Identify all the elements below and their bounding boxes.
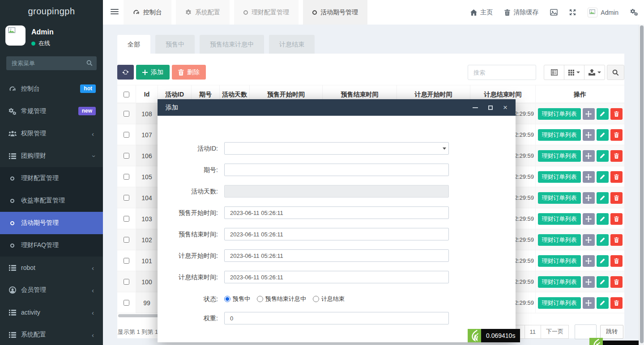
presale-end-input[interactable] [224, 228, 449, 240]
refresh-button[interactable] [117, 65, 134, 80]
move-button[interactable] [583, 234, 595, 246]
fullscreen-button[interactable] [569, 9, 576, 16]
page-number-11[interactable]: 11 [525, 325, 542, 339]
maximize-icon[interactable] [488, 105, 493, 110]
add-button[interactable]: 添加 [136, 65, 170, 80]
jump-button[interactable]: 跳转 [600, 325, 623, 339]
sidebar-item-console[interactable]: 控制台 hot [0, 78, 103, 100]
tab-all[interactable]: 全部 [117, 35, 150, 54]
finance-order-list-button[interactable]: 理财订单列表 [538, 192, 581, 204]
row-delete-button[interactable] [610, 129, 623, 141]
finance-order-list-button[interactable]: 理财订单列表 [538, 129, 581, 141]
topbar-tab-activity-period[interactable]: 活动期号管理 [303, 0, 367, 25]
presale-start-input[interactable] [224, 206, 449, 219]
row-checkbox[interactable] [124, 195, 129, 201]
move-button[interactable] [583, 108, 595, 120]
radio-input[interactable] [257, 296, 263, 302]
finance-order-list-button[interactable]: 理财订单列表 [538, 108, 581, 120]
weight-input[interactable] [224, 312, 449, 324]
sidebar-item-system-config[interactable]: 系统配置 ‹ [0, 324, 103, 345]
menu-search-input[interactable] [6, 56, 97, 70]
debug-time-badge[interactable]: 0.069410s [468, 329, 520, 342]
sidebar-item-activity[interactable]: activity ‹ [0, 301, 103, 324]
search-icon[interactable] [86, 60, 93, 66]
finance-order-list-button[interactable]: 理财订单列表 [538, 297, 581, 309]
edit-button[interactable] [597, 276, 609, 288]
row-checkbox[interactable] [124, 237, 129, 243]
radio-presale-end-interest[interactable]: 预售结束计息中 [257, 295, 306, 303]
row-checkbox[interactable] [124, 132, 129, 138]
radio-interest-end[interactable]: 计息结束 [313, 295, 345, 303]
columns-button[interactable] [564, 65, 584, 80]
finance-order-list-button[interactable]: 理财订单列表 [538, 150, 581, 162]
edit-button[interactable] [597, 192, 609, 204]
move-button[interactable] [583, 213, 595, 225]
row-checkbox[interactable] [124, 300, 129, 306]
row-delete-button[interactable] [610, 192, 623, 204]
next-page-button[interactable]: 下一页 [541, 325, 569, 339]
interest-end-input[interactable] [224, 271, 449, 283]
dialog-titlebar[interactable]: 添加 × [158, 99, 516, 116]
table-search-input[interactable] [468, 65, 536, 80]
row-checkbox[interactable] [124, 216, 129, 222]
vertical-scrollbar[interactable] [639, 25, 644, 345]
vertical-scrollbar-thumb[interactable] [640, 25, 644, 343]
row-delete-button[interactable] [610, 255, 623, 267]
tab-interest-end[interactable]: 计息结束 [269, 35, 315, 54]
row-delete-button[interactable] [610, 213, 623, 225]
screenshot-button[interactable] [550, 9, 558, 16]
settings-button[interactable] [630, 9, 638, 16]
row-delete-button[interactable] [610, 297, 623, 309]
edit-button[interactable] [597, 255, 609, 267]
sidebar-item-group-finance[interactable]: 团购理财 ‹ [0, 145, 103, 167]
row-delete-button[interactable] [610, 150, 623, 162]
sidebar-item-members[interactable]: 会员管理 ‹ [0, 279, 103, 301]
row-checkbox[interactable] [124, 258, 129, 264]
row-delete-button[interactable] [610, 276, 623, 288]
avatar[interactable] [5, 25, 26, 46]
period-input[interactable] [224, 164, 449, 176]
export-button[interactable] [584, 65, 605, 80]
sidebar-item-general[interactable]: 常规管理 new [0, 100, 103, 122]
move-button[interactable] [583, 150, 595, 162]
tab-presale[interactable]: 预售中 [155, 35, 195, 54]
select-all-checkbox[interactable] [124, 92, 129, 97]
radio-input[interactable] [313, 296, 319, 302]
finance-order-list-button[interactable]: 理财订单列表 [538, 255, 581, 267]
detail-view-button[interactable] [544, 65, 564, 80]
radio-input[interactable] [224, 296, 230, 302]
delete-button[interactable]: 删除 [172, 65, 206, 80]
edit-button[interactable] [597, 171, 609, 183]
interest-start-input[interactable] [224, 249, 449, 262]
sidebar-item-permissions[interactable]: 权限管理 ‹ [0, 122, 103, 145]
topbar-tab-console[interactable]: 控制台 [124, 0, 171, 25]
move-button[interactable] [583, 129, 595, 141]
edit-button[interactable] [597, 234, 609, 246]
sidebar-item-yield-config[interactable]: 收益率配置管理 [0, 189, 103, 212]
edit-button[interactable] [597, 297, 609, 309]
move-button[interactable] [583, 255, 595, 267]
radio-presale[interactable]: 预售中 [224, 295, 250, 303]
edit-button[interactable] [597, 150, 609, 162]
menu-icon[interactable] [111, 9, 119, 16]
close-icon[interactable]: × [503, 104, 508, 111]
finance-order-list-button[interactable]: 理财订单列表 [538, 171, 581, 183]
edit-button[interactable] [597, 213, 609, 225]
topbar-tab-system-config[interactable]: 系统配置 [176, 0, 230, 25]
finance-order-list-button[interactable]: 理财订单列表 [538, 276, 581, 288]
row-checkbox[interactable] [124, 153, 129, 159]
debug-time-badge-2[interactable]: 0.103159s [589, 338, 642, 345]
search-submit-button[interactable] [607, 65, 624, 80]
sidebar-item-finance-config[interactable]: 理财配置管理 [0, 167, 103, 189]
finance-order-list-button[interactable]: 理财订单列表 [538, 213, 581, 225]
sidebar-item-robot[interactable]: robot ‹ [0, 257, 103, 279]
topbar-tab-finance-config[interactable]: 理财配置管理 [234, 0, 299, 25]
row-delete-button[interactable] [610, 234, 623, 246]
brand-logo[interactable]: groupingph [0, 0, 103, 22]
move-button[interactable] [583, 192, 595, 204]
row-checkbox[interactable] [124, 279, 129, 285]
row-checkbox[interactable] [124, 174, 129, 180]
activity-id-select[interactable] [224, 142, 449, 155]
row-delete-button[interactable] [610, 108, 623, 120]
sidebar-item-activity-period[interactable]: 活动期号管理 [0, 212, 103, 234]
